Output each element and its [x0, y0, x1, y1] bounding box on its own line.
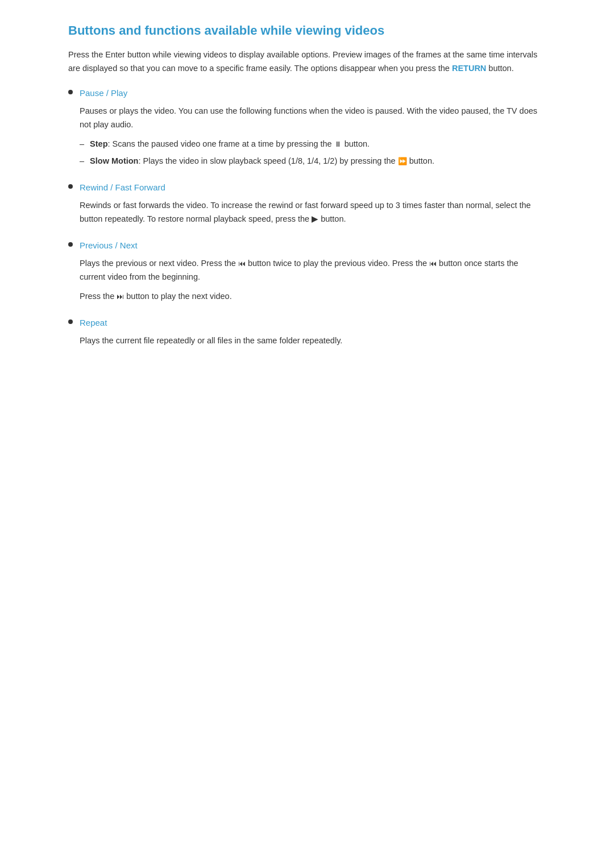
sub-item-slow-motion: – Slow Motion: Plays the video in slow p… [80, 155, 546, 168]
bullet-row-previous-next: Previous / Next [68, 239, 546, 252]
bullet-row-rewind: Rewind / Fast Forward [68, 181, 546, 194]
page-container: Buttons and functions available while vi… [34, 0, 580, 394]
list-item-rewind: Rewind / Fast Forward Rewinds or fast fo… [68, 181, 546, 226]
previous-next-desc1: Plays the previous or next video. Press … [80, 257, 546, 284]
bullet-dot [68, 319, 73, 324]
bullet-dot [68, 184, 73, 189]
bullet-row-pause-play: Pause / Play [68, 86, 546, 100]
pause-play-desc: Pauses or plays the video. You can use t… [80, 105, 546, 132]
dash-slow: – [80, 155, 84, 168]
bullet-row-repeat: Repeat [68, 316, 546, 330]
main-list: Pause / Play Pauses or plays the video. … [68, 86, 546, 347]
page-title: Buttons and functions available while vi… [68, 23, 546, 39]
slow-motion-label: Slow Motion [90, 156, 138, 165]
list-item-repeat: Repeat Plays the current file repeatedly… [68, 316, 546, 348]
section-title-repeat: Repeat [80, 316, 107, 330]
return-label: RETURN [452, 64, 486, 73]
prev-icon-2: ⏮ [429, 259, 437, 268]
fast-forward-icon: ⏩ [398, 157, 407, 165]
list-item-pause-play: Pause / Play Pauses or plays the video. … [68, 86, 546, 168]
slow-motion-text: Slow Motion: Plays the video in slow pla… [90, 155, 434, 168]
section-title-pause-play: Pause / Play [80, 86, 127, 100]
previous-next-desc2: Press the ⏭ button to play the next vide… [80, 290, 546, 304]
next-icon: ⏭ [117, 292, 124, 301]
section-body-repeat: Plays the current file repeatedly or all… [68, 334, 546, 348]
section-body-rewind: Rewinds or fast forwards the video. To i… [68, 199, 546, 226]
step-label: Step [90, 139, 107, 148]
rewind-desc: Rewinds or fast forwards the video. To i… [80, 199, 546, 226]
repeat-desc: Plays the current file repeatedly or all… [80, 334, 546, 348]
prev-icon: ⏮ [238, 259, 246, 268]
section-title-previous-next: Previous / Next [80, 239, 138, 252]
dash-step: – [80, 138, 84, 151]
sub-list-pause-play: – Step: Scans the paused video one frame… [80, 138, 546, 168]
bullet-dot [68, 90, 73, 94]
section-title-rewind: Rewind / Fast Forward [80, 181, 165, 194]
section-body-pause-play: Pauses or plays the video. You can use t… [68, 105, 546, 168]
list-item-previous-next: Previous / Next Plays the previous or ne… [68, 239, 546, 304]
section-body-previous-next: Plays the previous or next video. Press … [68, 257, 546, 304]
pause-icon: ⏸ [334, 138, 342, 150]
step-text: Step: Scans the paused video one frame a… [90, 138, 370, 151]
intro-text-after: button. [486, 64, 513, 73]
bullet-dot [68, 242, 73, 247]
sub-item-step: – Step: Scans the paused video one frame… [80, 138, 546, 151]
intro-paragraph: Press the Enter button while viewing vid… [68, 48, 546, 76]
